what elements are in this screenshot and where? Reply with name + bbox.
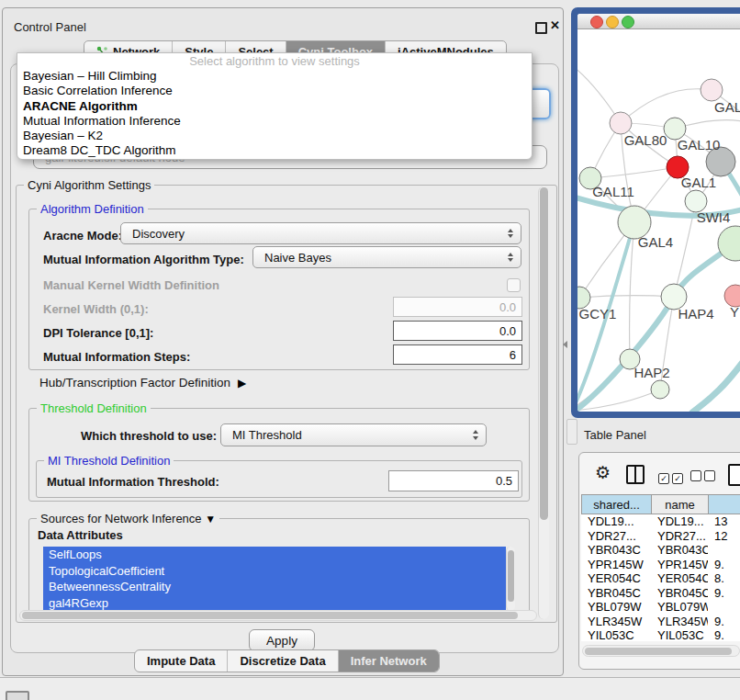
tab-impute-data[interactable]: Impute Data — [135, 650, 228, 672]
table-cell: 9. — [708, 615, 740, 629]
combo-stepper-icon — [508, 253, 521, 263]
kernel-width-field[interactable]: 0.0 — [393, 297, 522, 317]
close-traffic-icon[interactable] — [590, 16, 603, 28]
node-label: HAP2 — [633, 365, 669, 380]
node-label: GAL11 — [592, 184, 634, 199]
algorithm-option-dream8-dc-tdc-algorithm[interactable]: Dream8 DC_TDC Algorithm — [17, 143, 532, 158]
column-header-name[interactable]: name — [651, 494, 708, 514]
table-row[interactable]: YDL19...YDL19...13 — [581, 514, 740, 529]
algorithm-option-aracne-algorithm[interactable]: ARACNE Algorithm — [17, 99, 532, 114]
table-cell: 9. — [708, 628, 740, 641]
network-node-gal[interactable] — [701, 79, 723, 101]
table-horizontal-scrollbar[interactable] — [582, 645, 740, 657]
kernel-width-value: 0.0 — [499, 300, 516, 314]
table-row[interactable]: YER054CYER054C8. — [581, 571, 740, 586]
network-window-titlebar[interactable] — [577, 14, 740, 29]
collapsed-panel-button[interactable] — [6, 691, 29, 700]
data-attributes-list[interactable]: SelfLoopsTopologicalCoefficientBetweenne… — [43, 547, 506, 611]
algorithm-option-mutual-information-inference[interactable]: Mutual Information Inference — [17, 114, 532, 129]
mi-type-combo[interactable]: Naive Bayes — [252, 246, 521, 268]
split-columns-icon[interactable] — [626, 465, 645, 484]
network-node[interactable] — [651, 380, 669, 399]
settings-vertical-scrollbar[interactable] — [538, 186, 549, 619]
table-row[interactable]: YBR045CYBR045C9. — [581, 586, 740, 601]
aracne-mode-combo[interactable]: Discovery — [120, 222, 521, 244]
minimize-traffic-icon[interactable] — [606, 16, 619, 28]
algorithm-option-bayesian-hill-climbing[interactable]: Bayesian – Hill Climbing — [17, 69, 532, 84]
document-icon[interactable] — [728, 464, 740, 486]
panel-title: Control Panel — [14, 20, 86, 34]
splitter-collapse-icon[interactable] — [563, 341, 567, 348]
table-header-row: shared...name — [581, 494, 740, 514]
hub-definition-expander[interactable]: Hub/Transcription Factor Definition ▶ — [39, 376, 246, 390]
network-canvas[interactable]: GALGAL80GAL10GAL1GAL11SWI4GAL4GCY1HAP4YH… — [577, 29, 740, 412]
table-row[interactable]: YLR345WYLR345W9. — [581, 615, 740, 629]
expand-down-icon[interactable]: ▼ — [205, 513, 216, 525]
attribute-item-gal4rgexp[interactable]: gal4RGexp — [43, 595, 506, 612]
close-icon[interactable]: ✕ — [550, 18, 560, 32]
column-header-extra[interactable] — [708, 494, 740, 514]
table-row[interactable]: YIL053CYIL053C9. — [581, 628, 740, 641]
table-cell: YBL079W — [581, 600, 651, 615]
aracne-mode-label: Aracne Mode: — [43, 229, 122, 243]
mi-type-label: Mutual Information Algorithm Type: — [43, 253, 244, 266]
network-node-gal80[interactable] — [610, 112, 632, 134]
gear-icon[interactable]: ⚙ — [595, 462, 611, 483]
zoom-traffic-icon[interactable] — [622, 16, 634, 28]
apply-button-label: Apply — [266, 634, 297, 648]
table-cell: YDL19... — [581, 514, 651, 529]
algorithm-option-bayesian-k2[interactable]: Bayesian – K2 — [17, 129, 532, 143]
which-threshold-combo[interactable]: MI Threshold — [220, 423, 487, 446]
table-cell: YDR27... — [651, 529, 708, 544]
table-row[interactable]: YBL079WYBL079W — [581, 600, 740, 615]
table-cell: 9. — [708, 558, 740, 572]
mi-steps-label: Mutual Information Steps: — [43, 350, 190, 364]
table-cell: YIL053C — [581, 628, 651, 641]
table-row[interactable]: YPR145WYPR145W9. — [581, 558, 740, 572]
table-cell: YDL19... — [651, 514, 708, 529]
attribute-item-topologicalcoefficient[interactable]: TopologicalCoefficient — [43, 563, 506, 580]
manual-kernel-checkbox[interactable] — [507, 278, 521, 292]
attribute-item-betweennesscentrality[interactable]: BetweennessCentrality — [43, 579, 506, 595]
table-row[interactable]: YDR27...YDR27...12 — [581, 529, 740, 544]
table-cell: YBR045C — [581, 586, 651, 601]
apply-button[interactable]: Apply — [249, 629, 315, 651]
settings-horizontal-scrollbar[interactable] — [19, 610, 537, 621]
dpi-tolerance-field[interactable]: 0.0 — [393, 321, 522, 341]
table-cell: YIL053C — [651, 628, 708, 641]
mi-steps-field[interactable]: 6 — [393, 344, 522, 365]
mi-threshold-field[interactable]: 0.5 — [388, 470, 519, 491]
node-label: GAL4 — [638, 234, 673, 250]
table-cell — [708, 543, 740, 558]
splitter-handle[interactable] — [566, 419, 577, 445]
node-label: GAL — [714, 99, 740, 115]
mi-threshold-label: Mutual Information Threshold: — [47, 475, 219, 489]
table-row[interactable]: YBR043CYBR043C — [581, 543, 740, 558]
select-checks-icon[interactable]: ✓✓ — [658, 469, 686, 485]
table-cell: 13 — [708, 514, 740, 529]
deselect-checks-icon[interactable] — [690, 469, 718, 485]
tab-infer-network[interactable]: Infer Network — [339, 650, 439, 672]
table-cell: YPR145W — [581, 558, 651, 572]
table-cell: YLR345W — [581, 615, 651, 629]
table-cell: YDR27... — [581, 529, 651, 544]
attribute-item-selfloops[interactable]: SelfLoops — [43, 547, 506, 563]
hub-definition-label: Hub/Transcription Factor Definition — [39, 376, 230, 390]
float-window-icon[interactable] — [535, 22, 547, 34]
algorithm-option-basic-correlation-inference[interactable]: Basic Correlation Inference — [17, 84, 532, 98]
column-header-shared-[interactable]: shared... — [581, 494, 651, 514]
manual-kernel-label: Manual Kernel Width Definition — [43, 278, 219, 292]
tab-discretize-data[interactable]: Discretize Data — [228, 650, 338, 672]
attribute-list-scrollbar[interactable] — [506, 547, 515, 611]
table-panel-title: Table Panel — [584, 428, 646, 442]
node-label: GAL1 — [681, 175, 716, 190]
table-cell: 9. — [708, 586, 740, 601]
combo-stepper-icon — [508, 229, 521, 239]
table-cell: YPR145W — [651, 558, 708, 572]
settings-group-title: Cyni Algorithm Settings — [24, 178, 154, 192]
node-label: Y — [730, 304, 739, 320]
node-label: GAL80 — [624, 132, 667, 148]
table-cell — [708, 600, 740, 615]
which-threshold-label: Which threshold to use: — [81, 429, 217, 443]
network-view-frame[interactable]: GALGAL80GAL10GAL1GAL11SWI4GAL4GCY1HAP4YH… — [571, 7, 740, 418]
